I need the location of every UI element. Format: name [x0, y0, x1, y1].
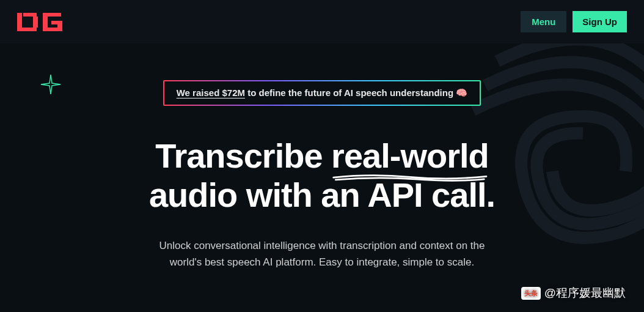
- announcement-banner[interactable]: We raised $72M to define the future of A…: [163, 80, 481, 106]
- subheadline: Unlock conversational intelligence with …: [126, 237, 518, 270]
- nav-buttons: Menu Sign Up: [521, 11, 627, 32]
- signup-button[interactable]: Sign Up: [573, 11, 627, 32]
- banner-highlight-text: We raised $72M: [177, 87, 245, 98]
- watermark-badge: 头条: [521, 287, 541, 300]
- subhead-line2: world's best speech AI platform. Easy to…: [170, 256, 474, 268]
- menu-button[interactable]: Menu: [521, 11, 566, 32]
- headline-underlined: real-world: [331, 136, 489, 175]
- banner-rest-text: to define the future of AI speech unders…: [245, 87, 467, 98]
- subhead-line1: Unlock conversational intelligence with …: [159, 240, 485, 251]
- site-header: Menu Sign Up: [0, 0, 644, 43]
- scribble-underline-icon: [331, 172, 489, 182]
- svg-rect-2: [33, 17, 38, 28]
- headline-underlined-wrap: real-world: [331, 136, 489, 176]
- logo[interactable]: [17, 13, 65, 31]
- page-headline: Transcribe real-world audio with an API …: [24, 136, 620, 215]
- svg-rect-9: [51, 21, 62, 24]
- hero-section: We raised $72M to define the future of A…: [0, 43, 644, 295]
- svg-rect-0: [17, 13, 22, 17]
- svg-rect-1: [23, 13, 37, 17]
- watermark-text: @程序媛最幽默: [544, 285, 626, 301]
- svg-rect-3: [17, 28, 37, 31]
- headline-pre: Transcribe: [155, 136, 331, 175]
- svg-rect-4: [17, 17, 22, 28]
- logo-icon: [17, 13, 65, 31]
- sparkle-icon: [40, 73, 62, 98]
- watermark: 头条 @程序媛最幽默: [521, 285, 626, 301]
